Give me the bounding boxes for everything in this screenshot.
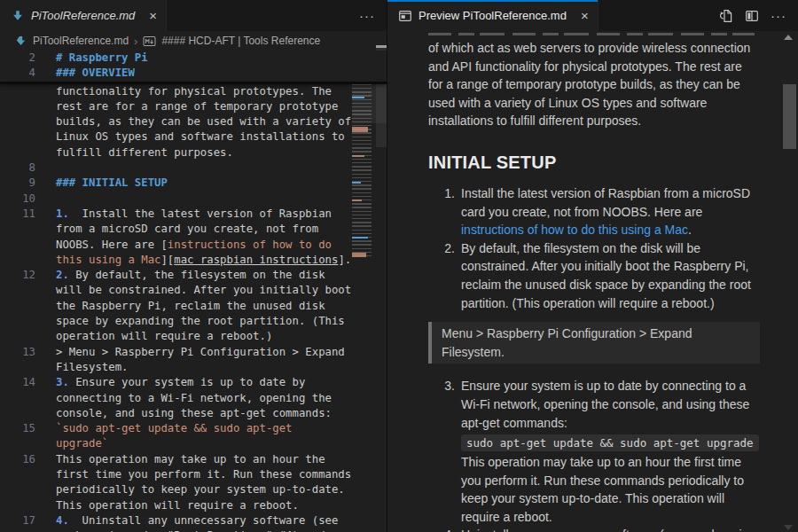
active-tab-indicator — [387, 0, 598, 2]
editor-group-right: Preview PiToolReference.md × — [387, 0, 798, 532]
editor-row: 9### INITIAL SETUP — [0, 176, 387, 191]
editor-row: from a microSD card you create, not from — [0, 222, 387, 237]
line-number — [0, 114, 35, 129]
ordered-list: 1.Install the latest version of Raspbian… — [428, 184, 760, 312]
editor-row: functionality for physical prototypes. T… — [0, 84, 387, 99]
line-number — [0, 406, 35, 421]
preview-scrollbar[interactable] — [783, 84, 796, 149]
markdown-preview[interactable]: of which act as web servers to provide w… — [387, 31, 798, 532]
line-number: 16 — [0, 452, 35, 467]
line-number: 15 — [0, 421, 35, 436]
markdown-symbol-icon — [143, 35, 156, 47]
line-number: 11 — [0, 207, 35, 222]
editor-row: first time you perform it. Run these com… — [0, 467, 387, 482]
line-number: 13 — [0, 345, 35, 360]
editor-row: 16This operation may take up to an hour … — [0, 452, 387, 467]
editor-row: 8 — [0, 160, 387, 176]
editor-row: 2# Raspberry Pi — [0, 51, 387, 66]
line-number — [0, 436, 35, 451]
close-icon[interactable]: × — [149, 9, 157, 22]
close-icon[interactable]: × — [581, 9, 589, 22]
sticky-scroll[interactable]: 2# Raspberry Pi4### OVERVIEW — [0, 51, 387, 84]
preview-heading: INITIAL SETUP — [428, 152, 760, 173]
line-number — [0, 314, 35, 329]
line-number — [0, 129, 35, 145]
line-number — [0, 145, 35, 160]
editor-row: 122. By default, the filesystem on the d… — [0, 268, 387, 283]
editor-row: will be constrained. After you initially… — [0, 283, 387, 298]
line-number: 17 — [0, 513, 35, 528]
breadcrumb-file[interactable]: PiToolReference.md — [33, 35, 129, 47]
line-number — [0, 253, 35, 268]
editor-row: 4### OVERVIEW — [0, 66, 387, 81]
editor-row: the Raspberry Pi, reclaim the unused dis… — [0, 299, 387, 314]
ordered-list: 3.Ensure your system is up to date by co… — [428, 377, 760, 532]
line-number — [0, 391, 35, 406]
editor-row: space by expanding the root partition. (… — [0, 314, 387, 329]
editor-row: fulfill different purposes. — [0, 145, 387, 160]
vscode-window: PiToolReference.md × ··· PiToolReference… — [0, 0, 798, 532]
breadcrumb: PiToolReference.md › #### HCD-AFT | Tool… — [0, 31, 387, 51]
editor-row: Filesystem. — [0, 360, 387, 375]
list-item: 4.Uninstall any unnecessary software (se… — [428, 526, 760, 532]
breadcrumb-symbol[interactable]: #### HCD-AFT | Tools Reference — [161, 35, 320, 47]
markdown-link[interactable]: instructions of how to do this using a M… — [461, 223, 688, 237]
markdown-file-icon — [11, 9, 25, 23]
line-number — [0, 329, 35, 344]
left-tab-bar: PiToolReference.md × ··· — [0, 0, 387, 31]
line-number — [0, 498, 35, 513]
line-number: 10 — [0, 192, 35, 207]
editor-row: upgrade` — [0, 436, 387, 451]
line-number: 9 — [0, 176, 35, 191]
list-item-number: 2. — [428, 239, 455, 312]
line-number — [0, 99, 35, 114]
line-number: 4 — [0, 66, 35, 81]
line-number — [0, 360, 35, 375]
tab-title: PiToolReference.md — [31, 9, 135, 22]
list-item: 1.Install the latest version of Raspbian… — [428, 184, 760, 239]
editor-content: functionality for physical prototypes. T… — [0, 84, 387, 532]
editor-row: 15`sudo apt-get update && sudo apt-get — [0, 421, 387, 436]
left-tabbar-actions: ··· — [359, 0, 387, 31]
editor-pane[interactable]: 2# Raspberry Pi4### OVERVIEW functionali… — [0, 51, 387, 532]
preview-paragraph: of which act as web servers to provide w… — [428, 39, 760, 130]
split-editor-icon[interactable] — [745, 9, 759, 23]
scroll-down-arrow[interactable] — [784, 525, 793, 530]
list-item: 3.Ensure your system is up to date by co… — [428, 377, 760, 526]
tab-pitoolreference[interactable]: PiToolReference.md × — [0, 0, 167, 31]
line-number: 8 — [0, 160, 35, 176]
chevron-right-icon: › — [134, 35, 137, 48]
tab-preview[interactable]: Preview PiToolReference.md × — [387, 0, 598, 31]
editor-row: builds, as they can be used with a varie… — [0, 114, 387, 129]
line-number — [0, 238, 35, 253]
line-number — [0, 528, 35, 532]
list-item-number: 3. — [428, 377, 455, 526]
line-number: 12 — [0, 268, 35, 283]
line-number — [0, 283, 35, 298]
editor-row: Linux OS types and software installation… — [0, 129, 387, 145]
line-number — [0, 84, 35, 99]
editor-row: 111. Install the latest version of Raspb… — [0, 207, 387, 222]
list-item-number: 1. — [428, 184, 455, 239]
line-number — [0, 467, 35, 482]
editor-row: rest are for a range of temporary protot… — [0, 99, 387, 114]
right-tabbar-actions: ··· — [719, 0, 798, 31]
editor-group-left: PiToolReference.md × ··· PiToolReference… — [0, 0, 387, 532]
preview-icon — [398, 9, 412, 23]
scroll-up-arrow[interactable] — [784, 35, 793, 40]
editor-row: console, and using these apt-get command… — [0, 406, 387, 421]
editor-row: This operation will require a reboot. — [0, 498, 387, 513]
line-number — [0, 482, 35, 497]
editor-row: 10 — [0, 192, 387, 207]
show-source-icon[interactable] — [719, 9, 733, 23]
markdown-file-icon — [14, 35, 27, 48]
line-number — [0, 222, 35, 237]
right-tab-bar: Preview PiToolReference.md × — [387, 0, 798, 31]
more-actions-icon[interactable]: ··· — [359, 8, 375, 23]
more-actions-icon[interactable]: ··· — [771, 8, 786, 23]
editor-row: 143. Ensure your system is up to date by — [0, 375, 387, 390]
line-number: 14 — [0, 375, 35, 390]
line-number — [0, 299, 35, 314]
list-item-number: 4. — [428, 526, 455, 532]
editor-row: periodically to keep your system up-to-d… — [0, 482, 387, 497]
